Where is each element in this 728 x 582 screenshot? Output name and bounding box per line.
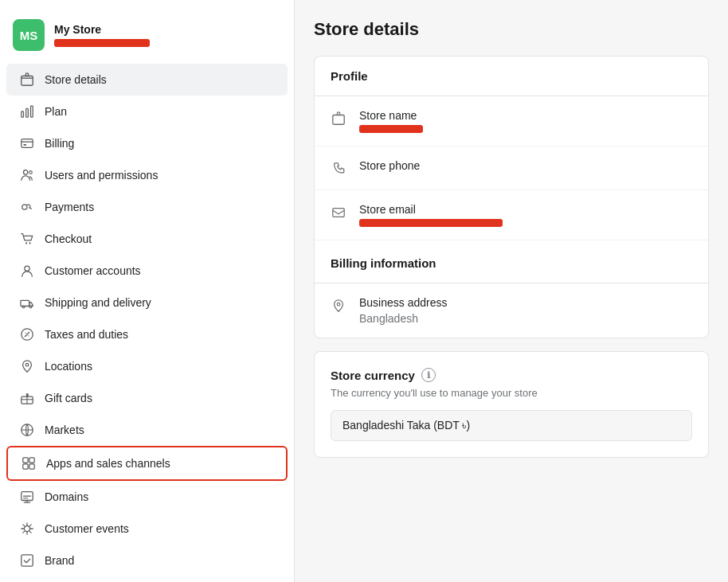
sidebar-item-brand[interactable]: Brand <box>6 545 288 576</box>
domains-icon <box>19 489 35 505</box>
payments-icon <box>19 199 35 215</box>
store-phone-content: Store phone <box>359 159 420 172</box>
sidebar: MS My Store Store details <box>0 0 295 582</box>
store-phone-row: Store phone <box>315 146 708 190</box>
business-address-icon <box>331 298 346 314</box>
svg-rect-4 <box>31 106 33 117</box>
shipping-icon <box>19 295 35 311</box>
billing-icon <box>19 135 35 151</box>
sidebar-item-taxes-duties[interactable]: Taxes and duties <box>6 318 288 350</box>
currency-subtitle: The currency you'll use to manage your s… <box>331 387 692 399</box>
sidebar-item-label: Apps and sales channels <box>46 457 170 470</box>
business-address-row: Business address Bangladesh <box>315 283 708 338</box>
svg-rect-27 <box>333 115 344 125</box>
svg-point-7 <box>24 170 28 174</box>
sidebar-item-label: Plan <box>45 105 67 118</box>
sidebar-header: MS My Store <box>0 13 294 64</box>
customer-events-icon <box>19 521 35 537</box>
svg-point-14 <box>29 306 32 308</box>
sidebar-item-label: Shipping and delivery <box>45 296 151 309</box>
customer-accounts-icon <box>19 263 35 279</box>
business-address-label: Business address <box>359 296 448 309</box>
page-title: Store details <box>314 19 709 40</box>
svg-rect-3 <box>26 108 29 117</box>
sidebar-item-label: Markets <box>45 424 84 436</box>
store-name-content: Store name <box>359 109 423 133</box>
svg-rect-12 <box>21 300 29 306</box>
store-email-value-redacted <box>359 219 503 227</box>
svg-point-11 <box>25 266 29 271</box>
store-info: My Store <box>54 23 150 47</box>
sidebar-item-label: Taxes and duties <box>45 328 128 341</box>
sidebar-item-markets[interactable]: Markets <box>6 414 288 446</box>
store-email-content: Store email <box>359 203 503 227</box>
sidebar-item-domains[interactable]: Domains <box>6 481 288 513</box>
svg-rect-20 <box>29 458 34 463</box>
sidebar-item-payments[interactable]: Payments <box>6 191 288 223</box>
svg-point-30 <box>337 303 340 306</box>
locations-icon <box>19 358 35 374</box>
currency-value-box: Bangladeshi Taka (BDT ৳) <box>331 410 692 441</box>
sidebar-nav: Store details Plan Billing <box>0 64 294 576</box>
sidebar-item-label: Customer events <box>45 522 129 535</box>
svg-rect-5 <box>22 139 33 148</box>
sidebar-item-customer-events[interactable]: Customer events <box>6 513 288 545</box>
sidebar-item-store-details[interactable]: Store details <box>6 64 288 96</box>
svg-rect-26 <box>22 555 33 566</box>
checkout-icon <box>19 231 35 247</box>
svg-point-1 <box>25 73 29 76</box>
currency-title: Store currency <box>331 369 415 382</box>
sidebar-item-apps-sales-channels[interactable]: Apps and sales channels <box>6 446 288 481</box>
apps-icon <box>21 455 37 471</box>
svg-point-25 <box>24 525 29 531</box>
sidebar-item-label: Gift cards <box>45 392 92 404</box>
sidebar-item-plan[interactable]: Plan <box>6 96 288 127</box>
svg-rect-2 <box>22 111 24 117</box>
svg-point-13 <box>22 306 25 308</box>
sidebar-item-customer-accounts[interactable]: Customer accounts <box>6 255 288 287</box>
svg-point-8 <box>29 171 33 174</box>
sidebar-item-shipping-delivery[interactable]: Shipping and delivery <box>6 287 288 318</box>
svg-rect-0 <box>22 76 33 86</box>
store-name-value-redacted <box>359 125 423 133</box>
brand-icon <box>19 553 35 568</box>
main-content: Store details Profile Store name <box>295 0 728 582</box>
svg-rect-29 <box>333 209 344 217</box>
plan-icon <box>19 104 35 119</box>
sidebar-item-label: Brand <box>45 554 74 567</box>
sidebar-item-checkout[interactable]: Checkout <box>6 223 288 255</box>
store-name-label: My Store <box>54 23 150 36</box>
svg-point-28 <box>337 112 340 115</box>
store-email-row: Store email <box>315 190 708 240</box>
taxes-icon <box>19 326 35 342</box>
store-email-label: Store email <box>359 203 503 216</box>
store-email-icon <box>331 205 346 221</box>
sidebar-item-label: Users and permissions <box>45 169 158 182</box>
svg-point-16 <box>25 363 29 366</box>
sidebar-item-users-permissions[interactable]: Users and permissions <box>6 159 288 191</box>
store-url-redacted <box>54 39 150 47</box>
store-name-row: Store name <box>315 96 708 146</box>
store-name-icon <box>331 111 346 127</box>
sidebar-item-label: Customer accounts <box>45 264 141 277</box>
store-name-label: Store name <box>359 109 423 122</box>
sidebar-item-label: Payments <box>45 201 94 213</box>
business-address-value: Bangladesh <box>359 312 448 325</box>
currency-info-icon[interactable]: ℹ <box>421 368 436 382</box>
sidebar-item-billing[interactable]: Billing <box>6 127 288 159</box>
currency-title-row: Store currency ℹ <box>331 368 692 382</box>
avatar: MS <box>13 19 45 51</box>
sidebar-item-locations[interactable]: Locations <box>6 350 288 382</box>
svg-rect-21 <box>23 464 28 469</box>
sidebar-item-gift-cards[interactable]: Gift cards <box>6 382 288 414</box>
sidebar-item-label: Store details <box>45 73 107 86</box>
business-address-content: Business address Bangladesh <box>359 296 448 325</box>
sidebar-item-label: Checkout <box>45 232 92 245</box>
profile-billing-card: Profile Store name Store phone <box>314 56 709 338</box>
profile-section-header: Profile <box>315 57 708 96</box>
users-icon <box>19 167 35 183</box>
currency-card: Store currency ℹ The currency you'll use… <box>314 351 709 458</box>
sidebar-item-label: Locations <box>45 360 92 373</box>
store-phone-label: Store phone <box>359 159 420 172</box>
svg-rect-6 <box>24 144 27 146</box>
